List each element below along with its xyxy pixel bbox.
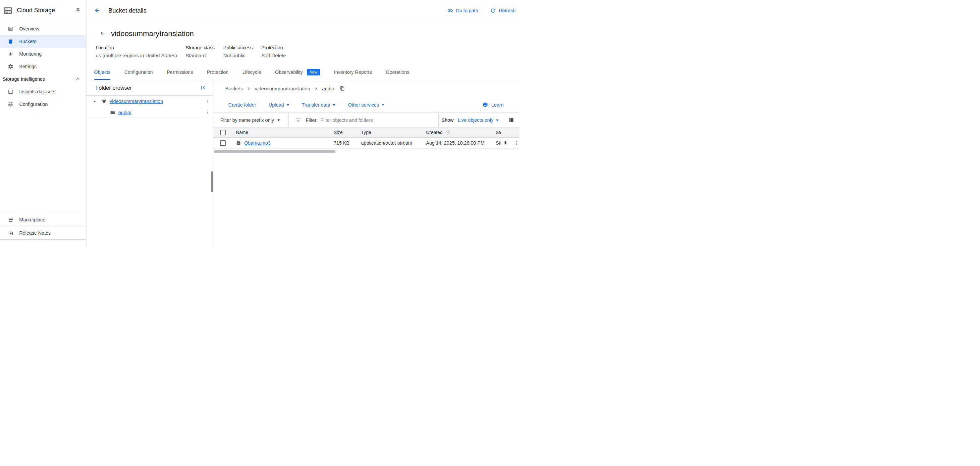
caret-down-icon <box>91 98 98 105</box>
sidebar-item-label: Marketplace <box>19 217 45 222</box>
columns-icon <box>508 117 514 123</box>
sidebar-item-overview[interactable]: Overview <box>0 22 86 35</box>
page-title: Bucket details <box>108 7 146 14</box>
column-header-name[interactable]: Name <box>232 130 329 135</box>
other-services-button[interactable]: Other services <box>348 102 384 108</box>
back-button[interactable] <box>94 7 101 14</box>
column-header-storage-class[interactable]: Storage class <box>494 130 501 135</box>
object-row-menu-button[interactable] <box>514 140 520 146</box>
download-icon <box>503 140 508 146</box>
column-header-created[interactable]: Created ? <box>422 130 494 135</box>
cell-created: Aug 14, 2025, 10:26:00 PM <box>422 140 494 146</box>
tree-folder-link[interactable]: audio/ <box>118 110 132 115</box>
select-all-checkbox[interactable] <box>220 130 226 135</box>
help-icon: ? <box>445 130 450 135</box>
sidebar-footer-divider <box>0 239 86 247</box>
pin-icon <box>75 8 81 13</box>
object-link[interactable]: Obama.mp3 <box>244 140 270 146</box>
tab-objects[interactable]: Objects <box>87 65 117 80</box>
row-actions <box>503 140 520 146</box>
tab-lifecycle[interactable]: Lifecycle <box>235 65 268 80</box>
bucket-title-row: videosummarytranslation <box>96 29 520 38</box>
tab-protection[interactable]: Protection <box>200 65 235 80</box>
table-row: Obama.mp3 715 KB application/octet-strea… <box>213 138 520 149</box>
kebab-icon <box>514 140 520 146</box>
folder-icon <box>110 110 115 115</box>
filter-objects-input[interactable] <box>320 117 430 123</box>
header-checkbox-cell <box>213 130 232 135</box>
tab-inventory-reports[interactable]: Inventory Reports <box>327 65 379 80</box>
sidebar-item-settings[interactable]: Settings <box>0 60 86 73</box>
show-label: Show <box>442 117 453 123</box>
go-to-path-label: Go to path <box>456 8 479 13</box>
pin-nav-button[interactable] <box>75 8 81 13</box>
monitoring-icon <box>8 51 14 57</box>
tab-permissions[interactable]: Permissions <box>160 65 200 80</box>
meta-label: Protection <box>261 45 286 50</box>
go-to-path-button[interactable]: Go to path <box>447 8 479 14</box>
table-horizontal-scrollbar[interactable] <box>214 150 336 153</box>
meta-storage-class: Storage class Standard <box>186 45 215 58</box>
download-button[interactable] <box>503 140 508 146</box>
release-notes-icon <box>8 230 14 236</box>
breadcrumb-item-buckets[interactable]: Buckets <box>225 86 243 91</box>
new-badge: New <box>307 69 320 76</box>
refresh-icon <box>490 8 496 14</box>
upload-button[interactable]: Upload <box>269 102 289 108</box>
sidebar-item-label: Configuration <box>19 101 48 107</box>
tab-label: Lifecycle <box>242 70 261 75</box>
sidebar-item-configuration[interactable]: Configuration <box>0 98 86 111</box>
tree-node-folder: audio/ <box>86 107 213 118</box>
bucket-pin-icon[interactable] <box>100 32 105 36</box>
vertical-divider <box>288 113 289 127</box>
tab-label: Configuration <box>124 70 153 75</box>
cloud-storage-console: Cloud Storage Overview Buckets <box>0 0 520 247</box>
sidebar-item-release-notes[interactable]: Release Notes <box>0 226 86 239</box>
column-display-options-button[interactable] <box>508 117 514 123</box>
learn-button[interactable]: Learn <box>482 101 504 108</box>
sidebar-item-marketplace[interactable]: Marketplace <box>0 213 86 226</box>
row-checkbox[interactable] <box>220 140 226 146</box>
horizontal-scrollbar-track <box>213 150 520 153</box>
file-icon <box>236 140 241 146</box>
transfer-data-button[interactable]: Transfer data <box>302 102 336 108</box>
breadcrumb-item-bucket-name[interactable]: videosummarytranslation <box>255 86 310 91</box>
column-header-type[interactable]: Type <box>356 130 422 135</box>
bucket-name: videosummarytranslation <box>111 29 194 38</box>
show-objects-value: Live objects only <box>458 117 493 123</box>
graduation-cap-icon <box>482 101 488 108</box>
tab-operations[interactable]: Operations <box>379 65 416 80</box>
filter-prefix-dropdown[interactable]: Filter by name prefix only <box>220 117 280 123</box>
bucket-node-menu-button[interactable] <box>204 98 210 104</box>
marketplace-icon <box>8 217 14 223</box>
tree-bucket-link[interactable]: videosummarytranslation <box>110 98 163 104</box>
sidebar-header: Cloud Storage <box>0 0 86 21</box>
sidebar-nav: Overview Buckets Monitoring Settings <box>0 21 86 73</box>
folder-browser-scrollbar[interactable] <box>212 171 213 192</box>
column-header-size[interactable]: Size <box>329 130 356 135</box>
bucket-icon <box>8 38 14 44</box>
tab-label: Operations <box>386 70 409 75</box>
sidebar-item-monitoring[interactable]: Monitoring <box>0 48 86 60</box>
sidebar-spacer <box>0 111 86 213</box>
sidebar-item-label: Buckets <box>19 39 37 44</box>
refresh-button[interactable]: Refresh <box>490 8 515 14</box>
collapse-panel-button[interactable] <box>199 84 206 91</box>
tree-expander-button[interactable] <box>91 98 98 105</box>
folder-node-menu-button[interactable] <box>204 109 210 115</box>
show-objects-dropdown[interactable]: Live objects only <box>458 117 499 123</box>
main-content: Bucket details Go to path Refresh <box>86 0 520 247</box>
copy-path-button[interactable] <box>340 86 345 91</box>
filter-icon <box>295 117 301 123</box>
sidebar-section-storage-intelligence[interactable]: Storage Intelligence <box>0 73 86 86</box>
tab-observability[interactable]: Observability New <box>268 65 327 80</box>
upload-label: Upload <box>269 102 284 108</box>
tab-configuration[interactable]: Configuration <box>117 65 160 80</box>
sidebar-item-buckets[interactable]: Buckets <box>0 35 86 48</box>
other-services-label: Other services <box>348 102 379 108</box>
create-folder-button[interactable]: Create folder <box>228 102 256 108</box>
caret-down-icon <box>382 104 384 106</box>
caret-down-icon <box>332 104 335 106</box>
created-help-button[interactable]: ? <box>445 130 450 135</box>
sidebar-item-insights-datasets[interactable]: Insights datasets <box>0 86 86 98</box>
